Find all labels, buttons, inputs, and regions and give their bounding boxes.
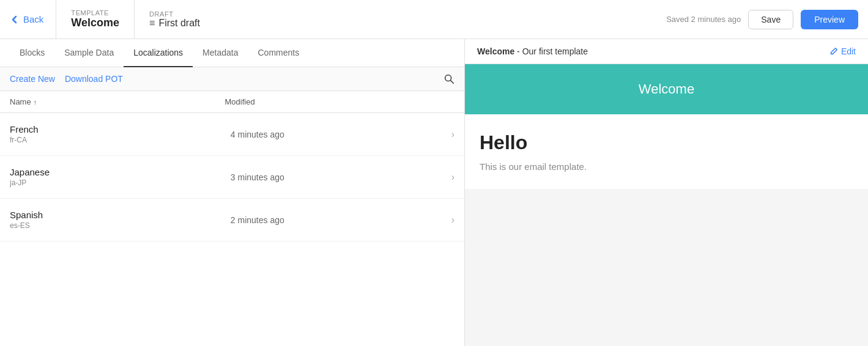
tab-sample-data[interactable]: Sample Data	[54, 39, 124, 67]
main-layout: Blocks Sample Data Localizations Metadat…	[0, 39, 868, 346]
row-lang-name: Japanese	[10, 167, 231, 177]
back-label: Back	[23, 14, 43, 24]
app-header: Back TEMPLATE Welcome DRAFT ≡ First draf…	[0, 0, 868, 39]
preview-title-desc: Our first template	[522, 46, 588, 56]
table-row[interactable]: Japanese ja-JP 3 minutes ago ›	[0, 156, 464, 199]
row-modified: 4 minutes ago	[231, 130, 451, 139]
header-actions: Saved 2 minutes ago Save Preview	[666, 10, 858, 29]
row-lang-code: fr-CA	[10, 136, 231, 144]
table-row[interactable]: French fr-CA 4 minutes ago ›	[0, 113, 464, 156]
email-body-text: This is our email template.	[480, 161, 853, 172]
chevron-right-icon: ›	[451, 172, 454, 183]
email-hello: Hello	[480, 131, 853, 154]
edit-button[interactable]: Edit	[829, 46, 856, 56]
tab-localizations[interactable]: Localizations	[124, 39, 193, 67]
row-lang-name: Spanish	[10, 210, 231, 220]
saved-status: Saved 2 minutes ago	[666, 15, 741, 24]
table-header: Name ↑ Modified	[0, 91, 464, 113]
localizations-table: Name ↑ Modified French fr-CA 4 minutes a…	[0, 91, 464, 346]
search-icon	[443, 73, 454, 84]
preview-button[interactable]: Preview	[801, 10, 858, 29]
row-lang-code: es-ES	[10, 221, 231, 230]
draft-info: DRAFT ≡ First draft	[135, 0, 215, 39]
col-name-header: Name ↑	[10, 97, 225, 106]
save-button[interactable]: Save	[748, 10, 793, 29]
chevron-right-icon: ›	[451, 215, 454, 226]
chevron-left-icon	[10, 15, 20, 24]
tab-comments[interactable]: Comments	[248, 39, 309, 67]
left-panel: Blocks Sample Data Localizations Metadat…	[0, 39, 465, 346]
localizations-toolbar: Create New Download POT	[0, 67, 464, 91]
chevron-right-icon: ›	[451, 129, 454, 140]
right-panel: Welcome - Our first template Edit Welcom…	[465, 39, 868, 346]
email-body: Hello This is our email template.	[465, 114, 868, 189]
row-lang-info: Spanish es-ES	[10, 210, 231, 230]
template-info: TEMPLATE Welcome	[56, 0, 135, 39]
tab-blocks[interactable]: Blocks	[10, 39, 54, 67]
preview-title: Welcome - Our first template	[477, 46, 829, 56]
preview-title-bold: Welcome	[477, 46, 514, 56]
draft-label: DRAFT	[149, 10, 200, 18]
template-name: Welcome	[71, 17, 119, 29]
preview-content: Welcome Hello This is our email template…	[465, 64, 868, 346]
download-pot-button[interactable]: Download POT	[65, 74, 123, 84]
draft-name: ≡ First draft	[149, 18, 200, 29]
row-modified: 2 minutes ago	[231, 215, 451, 225]
preview-header: Welcome - Our first template Edit	[465, 39, 868, 64]
search-button[interactable]	[443, 73, 454, 84]
sort-icon: ↑	[34, 98, 37, 106]
template-label: TEMPLATE	[71, 9, 119, 17]
row-modified: 3 minutes ago	[231, 172, 451, 182]
email-preview: Welcome Hello This is our email template…	[465, 64, 868, 189]
back-button[interactable]: Back	[10, 0, 56, 39]
edit-label: Edit	[841, 46, 856, 56]
row-lang-info: French fr-CA	[10, 124, 231, 144]
pencil-icon	[829, 47, 838, 56]
table-row[interactable]: Spanish es-ES 2 minutes ago ›	[0, 199, 464, 241]
draft-icon: ≡	[149, 18, 155, 29]
col-modified-header: Modified	[225, 97, 440, 106]
row-lang-code: ja-JP	[10, 179, 231, 187]
svg-line-1	[451, 81, 454, 84]
tab-metadata[interactable]: Metadata	[193, 39, 248, 67]
email-header-bar: Welcome	[465, 64, 868, 114]
tab-bar: Blocks Sample Data Localizations Metadat…	[0, 39, 464, 67]
create-new-button[interactable]: Create New	[10, 74, 55, 84]
preview-title-separator: -	[514, 46, 522, 56]
row-lang-name: French	[10, 124, 231, 134]
row-lang-info: Japanese ja-JP	[10, 167, 231, 187]
